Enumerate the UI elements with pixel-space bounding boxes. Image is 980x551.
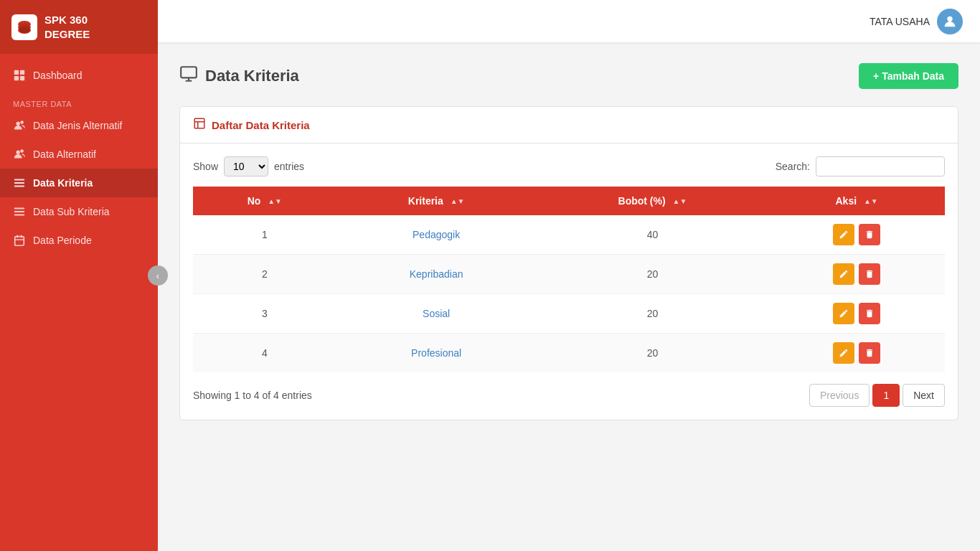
table-row: 1Pedagogik40 — [193, 215, 945, 255]
svg-rect-9 — [14, 76, 19, 80]
card-header-icon — [193, 117, 206, 133]
svg-point-6 — [19, 27, 30, 33]
svg-rect-27 — [194, 118, 204, 128]
sidebar-item-data-kriteria-label: Data Kriteria — [33, 177, 93, 189]
svg-rect-10 — [20, 76, 24, 80]
svg-rect-17 — [14, 186, 24, 187]
topbar-username: TATA USAHA — [870, 16, 930, 27]
sort-aksi[interactable]: ▲▼ — [864, 198, 878, 205]
sidebar-item-data-kriteria[interactable]: Data Kriteria — [0, 169, 158, 197]
action-buttons — [778, 303, 935, 324]
svg-rect-16 — [14, 182, 24, 184]
col-kriteria: Kriteria ▲▼ — [336, 187, 537, 215]
data-table: No ▲▼ Kriteria ▲▼ Bobot (%) ▲▼ Aksi ▲▼ — [193, 187, 945, 372]
table-head: No ▲▼ Kriteria ▲▼ Bobot (%) ▲▼ Aksi ▲▼ — [193, 187, 945, 215]
sidebar-item-data-periode-label: Data Periode — [33, 235, 92, 246]
sidebar-item-dashboard[interactable]: Dashboard — [0, 61, 158, 90]
search-input[interactable] — [816, 156, 945, 176]
edit-button[interactable] — [833, 342, 854, 364]
card-header: Daftar Data Kriteria — [180, 107, 958, 143]
showing-info: Showing 1 to 4 of 4 entries — [193, 390, 312, 401]
data-kriteria-card: Daftar Data Kriteria Show 10 25 50 100 e… — [179, 106, 958, 420]
table-row: 2Kepribadian20 — [193, 255, 945, 294]
sidebar-item-data-periode[interactable]: Data Periode — [0, 226, 158, 255]
next-button[interactable]: Next — [903, 384, 945, 407]
cell-bobot: 40 — [537, 215, 769, 255]
svg-rect-21 — [15, 237, 24, 246]
sort-bobot[interactable]: ▲▼ — [673, 198, 687, 205]
sidebar: SPK 360 DEGREE Dashboard MASTER DATA Dat… — [0, 0, 158, 551]
brand-icon — [11, 14, 37, 40]
action-buttons — [778, 224, 935, 245]
page-header: Data Kriteria + Tambah Data — [179, 63, 958, 89]
action-buttons — [778, 263, 935, 285]
cell-no: 1 — [193, 215, 336, 255]
cell-kriteria[interactable]: Pedagogik — [336, 215, 537, 255]
delete-button[interactable] — [859, 263, 880, 285]
tambah-data-button[interactable]: + Tambah Data — [859, 63, 958, 89]
delete-button[interactable] — [859, 303, 880, 324]
table-row: 4Profesional20 — [193, 334, 945, 373]
sidebar-item-data-jenis-alternatif[interactable]: Data Jenis Alternatif — [0, 111, 158, 140]
edit-button[interactable] — [833, 224, 854, 245]
delete-button[interactable] — [859, 342, 880, 364]
page-title-text: Data Kriteria — [205, 67, 299, 85]
edit-button[interactable] — [833, 303, 854, 324]
cell-aksi — [768, 334, 945, 373]
sidebar-item-data-alternatif[interactable]: Data Alternatif — [0, 140, 158, 169]
sidebar-item-data-sub-kriteria[interactable]: Data Sub Kriteria — [0, 197, 158, 226]
svg-point-25 — [947, 16, 952, 21]
entries-label: entries — [274, 161, 304, 172]
cell-no: 4 — [193, 334, 336, 373]
sidebar-collapse-button[interactable]: ‹ — [148, 265, 168, 286]
svg-rect-18 — [14, 208, 24, 209]
edit-button[interactable] — [833, 263, 854, 285]
sort-no[interactable]: ▲▼ — [268, 198, 282, 205]
previous-button[interactable]: Previous — [809, 384, 870, 407]
search-box: Search: — [776, 156, 945, 176]
col-aksi: Aksi ▲▼ — [768, 187, 945, 215]
cell-kriteria[interactable]: Kepribadian — [336, 255, 537, 294]
page-title: Data Kriteria — [179, 65, 299, 88]
svg-point-13 — [17, 151, 20, 154]
sidebar-nav: Dashboard MASTER DATA Data Jenis Alterna… — [0, 54, 158, 551]
entries-select[interactable]: 10 25 50 100 — [224, 156, 268, 176]
svg-rect-7 — [14, 70, 19, 75]
cell-aksi — [768, 215, 945, 255]
action-buttons — [778, 342, 935, 364]
delete-button[interactable] — [859, 224, 880, 245]
cell-no: 3 — [193, 294, 336, 334]
svg-point-14 — [20, 149, 23, 153]
show-label: Show — [193, 161, 218, 172]
table-controls: Show 10 25 50 100 entries Search: — [193, 156, 945, 176]
topbar-user[interactable]: TATA USAHA — [870, 9, 963, 34]
card-header-label: Daftar Data Kriteria — [212, 119, 310, 131]
sidebar-item-data-alternatif-label: Data Alternatif — [33, 149, 96, 160]
show-entries: Show 10 25 50 100 entries — [193, 156, 304, 176]
sidebar-item-data-jenis-alternatif-label: Data Jenis Alternatif — [33, 120, 123, 131]
cell-kriteria[interactable]: Profesional — [336, 334, 537, 373]
cell-aksi — [768, 255, 945, 294]
cell-no: 2 — [193, 255, 336, 294]
cell-aksi — [768, 294, 945, 334]
avatar — [937, 9, 963, 34]
svg-point-11 — [17, 122, 20, 126]
sidebar-item-dashboard-label: Dashboard — [33, 70, 83, 81]
content: Data Kriteria + Tambah Data Daftar Data … — [158, 43, 980, 551]
cell-kriteria[interactable]: Sosial — [336, 294, 537, 334]
card-body: Show 10 25 50 100 entries Search: — [180, 143, 958, 420]
svg-rect-15 — [14, 179, 24, 181]
page-1-button[interactable]: 1 — [872, 384, 900, 407]
svg-rect-20 — [14, 215, 24, 216]
pagination: Previous 1 Next — [809, 384, 945, 407]
search-label: Search: — [776, 161, 810, 172]
sort-kriteria[interactable]: ▲▼ — [451, 198, 465, 205]
brand-title: SPK 360 DEGREE — [44, 13, 90, 41]
sidebar-item-data-sub-kriteria-label: Data Sub Kriteria — [33, 206, 110, 217]
cell-bobot: 20 — [537, 255, 769, 294]
col-bobot: Bobot (%) ▲▼ — [537, 187, 769, 215]
svg-rect-26 — [181, 67, 197, 77]
cell-bobot: 20 — [537, 294, 769, 334]
main-area: TATA USAHA Data Kriteria + Tambah Data — [158, 0, 980, 551]
sidebar-section-label: MASTER DATA — [0, 90, 158, 111]
